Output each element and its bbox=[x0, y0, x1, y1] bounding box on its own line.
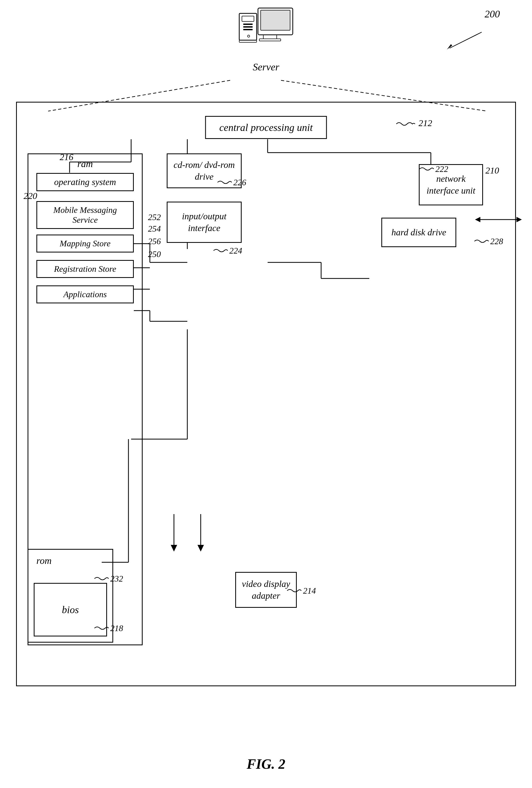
label-256: 256 bbox=[148, 236, 161, 246]
server-icon bbox=[237, 5, 295, 59]
apps-box: Applications bbox=[36, 285, 134, 303]
mapping-box: Mapping Store bbox=[36, 235, 134, 253]
mms-box: Mobile Messaging Service bbox=[36, 201, 134, 229]
svg-rect-42 bbox=[243, 23, 253, 25]
label-254: 254 bbox=[148, 224, 161, 234]
svg-rect-38 bbox=[263, 35, 277, 39]
svg-rect-39 bbox=[259, 39, 281, 41]
label-216: 216 bbox=[60, 152, 73, 162]
label-212: 212 bbox=[395, 118, 432, 128]
reg-box: Registration Store bbox=[36, 260, 134, 278]
label-222-container: 222 bbox=[418, 164, 448, 174]
squiggle-222 bbox=[418, 166, 434, 173]
squiggle-224 bbox=[212, 248, 228, 254]
label-250: 250 bbox=[148, 249, 161, 259]
svg-marker-11 bbox=[516, 217, 522, 222]
svg-rect-41 bbox=[242, 16, 254, 21]
label-214-container: 214 bbox=[286, 586, 316, 596]
label-210: 210 bbox=[486, 165, 499, 176]
svg-point-45 bbox=[248, 35, 250, 37]
rom-label: rom bbox=[36, 555, 52, 566]
svg-line-34 bbox=[450, 32, 482, 48]
svg-marker-35 bbox=[447, 44, 452, 50]
label-200: 200 bbox=[485, 8, 500, 20]
label-224-container: 224 bbox=[212, 246, 242, 256]
squiggle-228 bbox=[473, 238, 489, 245]
squiggle-226 bbox=[216, 179, 232, 186]
os-box: operating system bbox=[36, 173, 134, 191]
ram-label: ram bbox=[77, 158, 93, 170]
label-220: 220 bbox=[23, 191, 37, 201]
diagram-container: 200 Server central processing unit bbox=[0, 0, 532, 788]
label-218-container: 218 bbox=[93, 623, 123, 633]
label-226-container: 226 bbox=[216, 178, 246, 188]
svg-rect-44 bbox=[243, 29, 253, 30]
main-box: central processing unit 212 ram operatin… bbox=[16, 102, 516, 686]
label-228-container: 228 bbox=[473, 236, 503, 246]
hdd-box: hard disk drive bbox=[381, 218, 456, 247]
squiggle-212 bbox=[395, 120, 416, 128]
label-232-container: 232 bbox=[93, 574, 123, 584]
svg-rect-43 bbox=[243, 26, 253, 27]
squiggle-232 bbox=[93, 575, 109, 582]
label-252: 252 bbox=[148, 212, 161, 222]
io-box: input/output interface bbox=[167, 202, 242, 243]
squiggle-218 bbox=[93, 625, 109, 632]
fig-caption: FIG. 2 bbox=[247, 756, 285, 772]
squiggle-214 bbox=[286, 588, 302, 594]
server-label: Server bbox=[253, 61, 279, 73]
cpu-box: central processing unit bbox=[205, 116, 327, 139]
server-section: Server bbox=[237, 5, 295, 73]
svg-rect-37 bbox=[261, 10, 290, 30]
